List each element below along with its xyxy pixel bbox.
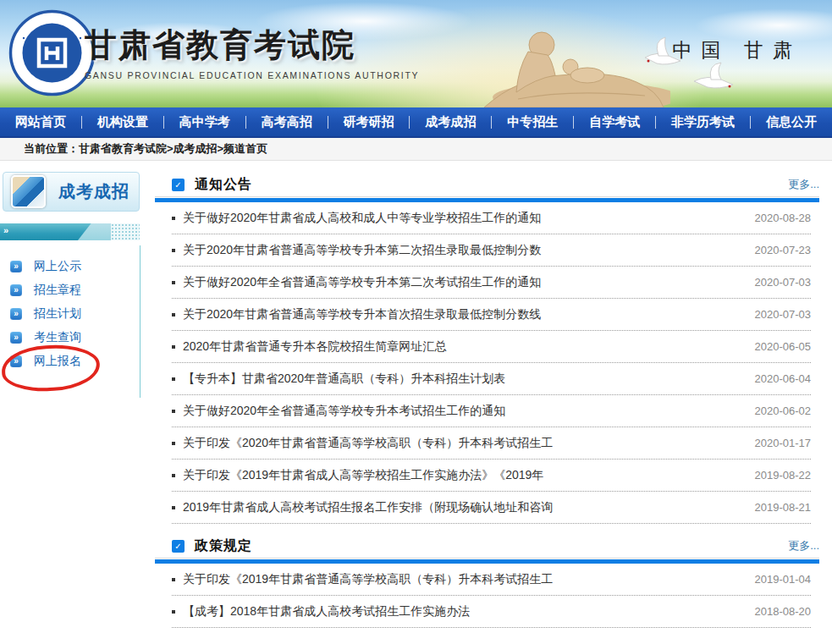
notice-link[interactable]: 关于印发《2019年甘肃省成人高等学校招生工作实施办法》《2019年 — [183, 468, 745, 483]
policy-link[interactable]: 【成考】2018年甘肃省成人高校考试招生工作实施办法 — [183, 604, 745, 619]
bullet-icon — [172, 610, 175, 614]
notice-row: 关于做好2020年全省普通高等学校专升本第二次考试招生工作的通知 2020-07… — [172, 267, 811, 299]
notice-link[interactable]: 2020年甘肃省普通专升本各院校招生简章网址汇总 — [183, 339, 745, 355]
notice-row: 关于做好2020年甘肃省成人高校和成人中等专业学校招生工作的通知 2020-08… — [172, 202, 811, 234]
sidebar-divider-bar: » — [0, 223, 140, 240]
section-title: 通知公告 — [195, 176, 252, 194]
main-nav: 网站首页 机构设置 高中学考 高考高招 研考研招 成考成招 中专招生 自学考试 … — [0, 107, 832, 136]
nav-separator — [655, 116, 656, 129]
bullet-icon — [172, 578, 175, 581]
breadcrumb: 当前位置：甘肃省教育考试院>成考成招>频道首页 — [0, 136, 832, 161]
policy-date: 2018-08-20 — [755, 605, 812, 618]
nav-item-organization[interactable]: 机构设置 — [97, 114, 148, 130]
arrow-bullet-icon: » — [10, 261, 22, 272]
sidebar-item-label: 网上公示 — [34, 259, 81, 274]
notice-row: 2019年甘肃省成人高校考试招生报名工作安排（附现场确认地址和咨询 2019-0… — [172, 492, 811, 524]
sidebar-item-label: 招生章程 — [34, 283, 81, 298]
nav-item-self-study-exam[interactable]: 自学考试 — [589, 114, 640, 130]
nav-item-gaokao[interactable]: 高考高招 — [262, 114, 312, 130]
sidebar-item-admission-charter[interactable]: » 招生章程 — [0, 278, 142, 302]
arrow-bullet-icon: » — [10, 355, 22, 367]
sidebar-item-label: 考生查询 — [34, 330, 81, 345]
arrow-bullet-icon: » — [10, 308, 22, 320]
notice-date: 2020-06-05 — [755, 340, 812, 353]
nav-item-graduate-exam[interactable]: 研考研招 — [344, 114, 394, 130]
notice-link[interactable]: 2019年甘肃省成人高校考试招生报名工作安排（附现场确认地址和咨询 — [183, 500, 745, 515]
dove-icon — [687, 61, 738, 96]
notice-row: 关于2020年甘肃省普通高等学校专升本首次招生录取最低控制分数线 2020-07… — [172, 299, 811, 331]
notice-date: 2020-01-17 — [755, 437, 812, 449]
sidebar-vertical-rule — [140, 245, 141, 398]
nav-separator — [163, 116, 164, 129]
sidebar-item-admission-plan[interactable]: » 招生计划 — [0, 302, 142, 326]
nav-item-non-degree-exam[interactable]: 非学历考试 — [671, 114, 735, 130]
notice-link[interactable]: 关于2020年甘肃省普通高等学校专升本第二次招生录取最低控制分数 — [183, 243, 745, 258]
bullet-icon — [172, 506, 175, 509]
notice-date: 2020-07-03 — [755, 308, 812, 321]
notice-row: 关于印发《2020年甘肃省普通高等学校高职（专科）升本科考试招生工 2020-0… — [172, 427, 811, 460]
section-marker-icon: ✓ — [172, 179, 185, 191]
chevron-right-icon: » — [3, 225, 8, 235]
notice-date: 2020-06-02 — [755, 405, 812, 417]
notice-row: 关于印发《2019年甘肃省成人高等学校招生工作实施办法》《2019年 2019-… — [172, 460, 811, 492]
notice-link[interactable]: 关于做好2020年全省普通高等学校专升本第二次考试招生工作的通知 — [183, 275, 745, 290]
nav-item-secondary-vocational[interactable]: 中专招生 — [507, 114, 558, 130]
site-subtitle: GANSU PROVINCIAL EDUCATION EXAMINATIONS … — [85, 70, 419, 80]
nav-item-info-disclosure[interactable]: 信息公开 — [766, 114, 817, 130]
sidebar-item-candidate-query[interactable]: » 考生查询 — [0, 326, 142, 350]
nav-separator — [409, 116, 410, 129]
region-label: 中国 甘肃 — [672, 37, 802, 63]
bullet-icon — [172, 345, 175, 349]
nav-item-home[interactable]: 网站首页 — [15, 114, 66, 130]
policy-link[interactable]: 关于印发《2019年甘肃省普通高等学校高职（专科）升本科考试招生工 — [183, 572, 745, 587]
nav-separator — [491, 116, 492, 129]
notice-row: 关于做好2020年全省普通高等学校专升本考试招生工作的通知 2020-06-02 — [172, 395, 811, 427]
section-policies: ✓ 政策规定 更多... 关于印发《2019年甘肃省普通高等学校高职（专科）升本… — [155, 534, 832, 628]
more-link[interactable]: 更多... — [788, 177, 819, 192]
bullet-icon — [172, 442, 175, 445]
notice-date: 2020-08-28 — [755, 212, 812, 224]
channel-title: 成考成招 — [58, 180, 129, 203]
notice-link[interactable]: 关于印发《2020年甘肃省普通高等学校高职（专科）升本科考试招生工 — [183, 436, 745, 451]
nav-separator — [328, 116, 328, 129]
notice-date: 2020-07-23 — [755, 244, 812, 256]
site-banner: 甘肃省教育考试院 GANSU PROVINCIAL EDUCATION EXAM… — [0, 0, 832, 107]
channel-thumbnail-icon — [11, 175, 46, 208]
divider-bar-dots — [111, 223, 140, 240]
nav-separator — [81, 116, 82, 129]
notice-date: 2019-08-21 — [755, 501, 812, 514]
notice-link[interactable]: 【专升本】甘肃省2020年普通高职（专科）升本科招生计划表 — [183, 372, 745, 387]
more-link[interactable]: 更多... — [788, 538, 819, 553]
policy-row: 【成考】2018年甘肃省成人高校考试招生工作实施办法 2018-08-20 — [172, 596, 811, 628]
bullet-icon — [172, 377, 175, 381]
notice-link[interactable]: 关于做好2020年全省普通高等学校专升本考试招生工作的通知 — [183, 404, 745, 419]
section-title: 政策规定 — [195, 537, 252, 555]
arrow-bullet-icon: » — [10, 284, 22, 296]
notice-link[interactable]: 关于做好2020年甘肃省成人高校和成人中等专业学校招生工作的通知 — [183, 211, 745, 226]
bullet-icon — [172, 474, 175, 477]
policy-row: 关于印发《2019年甘肃省普通高等学校高职（专科）升本科考试招生工 2019-0… — [172, 564, 811, 596]
policy-date: 2019-01-04 — [755, 573, 812, 586]
main-content: ✓ 通知公告 更多... 关于做好2020年甘肃省成人高校和成人中等专业学校招生… — [155, 161, 832, 628]
sidebar-item-label: 招生计划 — [34, 306, 81, 322]
nav-item-highschool-exam[interactable]: 高中学考 — [179, 114, 230, 130]
notice-row: 【专升本】甘肃省2020年普通高职（专科）升本科招生计划表 2020-06-04 — [172, 363, 811, 395]
nav-separator — [750, 116, 751, 129]
bullet-icon — [172, 313, 175, 316]
nav-separator — [573, 116, 574, 129]
sidebar-item-online-registration[interactable]: » 网上报名 — [0, 350, 142, 373]
nav-separator — [245, 116, 246, 129]
sidebar-item-label: 网上报名 — [34, 354, 81, 369]
notice-row: 关于2020年甘肃省普通高等学校专升本第二次招生录取最低控制分数 2020-07… — [172, 234, 811, 267]
sidebar-item-public-notice[interactable]: » 网上公示 — [0, 255, 142, 278]
notice-link[interactable]: 关于2020年甘肃省普通高等学校专升本首次招生录取最低控制分数线 — [183, 307, 745, 322]
sidebar: 成考成招 » » 网上公示 » 招生章程 » 招生计划 » 考生查询 — [0, 161, 142, 373]
bullet-icon — [172, 217, 175, 220]
site-logo-seal-icon[interactable] — [8, 9, 96, 96]
section-marker-icon: ✓ — [172, 540, 185, 553]
nav-item-adult-exam[interactable]: 成考成招 — [425, 114, 476, 130]
bullet-icon — [172, 281, 175, 284]
arrow-bullet-icon: » — [10, 332, 22, 344]
notice-date: 2019-08-22 — [755, 469, 812, 482]
notice-date: 2020-07-03 — [755, 276, 812, 289]
